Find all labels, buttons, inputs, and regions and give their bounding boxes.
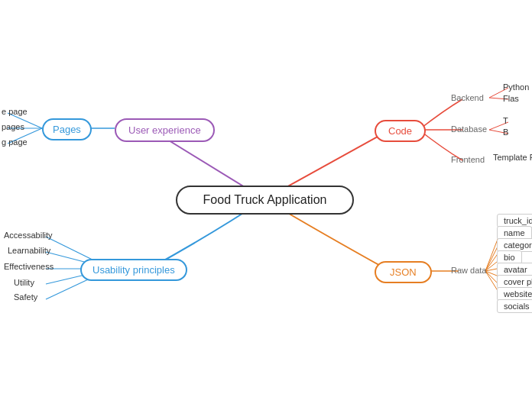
leaf-socials: socials [497,299,532,313]
leaf-b: B [503,127,508,137]
database-node: Database [451,124,487,134]
leaf-pages: pages [2,122,24,131]
central-node: Food Truck Application [176,186,354,215]
leaf-learnability: Learnability [8,246,50,255]
leaf-flask: Flas [503,94,519,103]
user-experience-node: User experience [115,118,215,142]
frontend-node: Frontend [451,155,485,164]
leaf-effectiveness: Effectiveness [4,262,54,271]
leaf-g-page: g page [2,137,28,147]
leaf-t: T [503,116,508,125]
json-node: JSON [375,261,432,283]
leaf-e-page: e page [2,107,28,116]
leaf-accessability: Accessability [4,231,53,240]
leaf-safety: Safety [14,292,37,302]
leaf-python: Python [503,82,529,92]
raw-data-node: Raw data [451,266,486,275]
pages-node: Pages [42,118,92,140]
usability-principles-node: Usability principles [80,259,187,281]
leaf-template-pages: Template Pages [493,153,532,162]
backend-node: Backend [451,93,484,102]
leaf-utility: Utility [14,278,34,287]
code-node: Code [375,120,426,142]
